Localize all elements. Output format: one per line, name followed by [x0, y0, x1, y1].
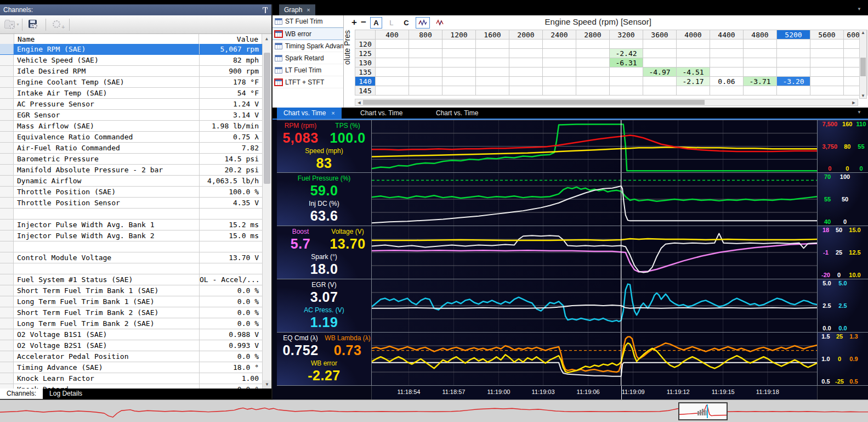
chart-plot[interactable] [372, 226, 818, 279]
histogram-cell[interactable] [643, 49, 677, 58]
channel-row[interactable]: EGR Sensor3.14 V [0, 110, 262, 121]
histogram-cell[interactable] [476, 49, 509, 58]
histogram-cell[interactable] [576, 58, 610, 67]
histogram-cell[interactable] [610, 67, 643, 77]
histogram-cell[interactable] [576, 49, 610, 58]
histogram-cell[interactable] [543, 49, 576, 58]
scroll-down-arrow[interactable]: ▼ [860, 93, 866, 98]
graph-list-item-spark-retard[interactable]: Spark Retard [273, 52, 343, 64]
overview-selection-box[interactable] [678, 402, 728, 420]
histogram-cell[interactable] [442, 77, 476, 86]
histogram-cell[interactable] [409, 58, 442, 67]
histogram-cell[interactable] [376, 58, 409, 67]
selection-cursor[interactable] [707, 404, 708, 418]
histogram-cell[interactable] [810, 67, 844, 77]
histogram-row-header-125[interactable]: 125 [355, 49, 376, 58]
value-column-header[interactable]: Value [198, 34, 262, 44]
histogram-cell[interactable] [677, 40, 710, 49]
histogram-cell[interactable] [476, 77, 509, 86]
histogram-col-header-2800[interactable]: 2800 [576, 30, 610, 40]
histogram-cell[interactable] [476, 58, 509, 67]
histogram-cell[interactable] [810, 49, 844, 58]
histogram-cell[interactable] [576, 86, 610, 95]
histogram-vscrollbar[interactable]: ▲ ▼ [859, 30, 867, 99]
pin-icon[interactable] [262, 7, 268, 14]
histogram-cell[interactable] [376, 49, 409, 58]
channel-config-gear-icon[interactable]: + [52, 19, 64, 30]
histogram-cell[interactable] [710, 58, 744, 67]
channel-row[interactable]: AC Pressure Sensor1.24 V [0, 99, 262, 110]
channel-row[interactable]: Long Term Fuel Trim Bank 2 (SAE)0.0 % [0, 318, 262, 329]
channel-row[interactable]: Knock Learn Factor1.00 [0, 373, 262, 384]
histogram-cell[interactable] [576, 40, 610, 49]
histogram-cell[interactable] [677, 49, 710, 58]
histogram-row-header-120[interactable]: 120 [355, 40, 376, 49]
histogram-cell[interactable] [509, 77, 543, 86]
histogram-cell[interactable]: -4.97 [643, 67, 677, 77]
waveform-alt-icon[interactable] [434, 18, 447, 28]
histogram-cell[interactable] [442, 58, 476, 67]
histogram-col-header-4800[interactable]: 4800 [744, 30, 777, 40]
channel-row[interactable]: Throttle Position Sensor4.35 V [0, 198, 262, 209]
histogram-cell[interactable] [409, 86, 442, 95]
histogram-cell[interactable]: -6.31 [610, 58, 643, 67]
scrollbar-thumb[interactable] [264, 53, 270, 184]
histogram-cell[interactable] [509, 49, 543, 58]
histogram-cell[interactable] [543, 40, 576, 49]
channel-row[interactable]: Knock Retard0.0 ° [0, 384, 262, 389]
histogram-row-header-145[interactable]: 145 [355, 86, 376, 95]
tab-graph[interactable]: Graph × [279, 4, 315, 15]
channel-row[interactable]: Long Term Fuel Trim Bank 1 (SAE)0.0 % [0, 296, 262, 307]
histogram-cell[interactable] [744, 40, 777, 49]
histogram-col-header-5200[interactable]: 5200 [777, 30, 810, 40]
chart-plot[interactable] [372, 120, 818, 172]
histogram-cell[interactable] [409, 67, 442, 77]
histogram-cell[interactable] [777, 58, 810, 67]
mode-a-button[interactable]: A [370, 17, 382, 29]
zoom-out-button[interactable]: − [361, 18, 366, 27]
bottom-tab-logdetails[interactable]: Log Details [43, 389, 89, 399]
histogram-cell[interactable] [509, 86, 543, 95]
waveform-icon[interactable] [416, 17, 430, 29]
graph-list-item-ltft---stft[interactable]: LTFT + STFT [273, 76, 343, 88]
histogram-cell[interactable] [643, 40, 677, 49]
channel-row[interactable]: Injector Pulse Width Avg. Bank 115.2 ms [0, 220, 262, 230]
graph-list-item-st-fuel-trim[interactable]: ST Fuel Trim [273, 15, 343, 27]
histogram-col-header-2400[interactable]: 2400 [543, 30, 576, 40]
chart-plot[interactable] [372, 279, 818, 332]
histogram-cell[interactable] [376, 40, 409, 49]
histogram-col-header-1600[interactable]: 1600 [476, 30, 509, 40]
histogram-cell[interactable] [810, 58, 844, 67]
histogram-cell[interactable] [576, 77, 610, 86]
histogram-col-header-3200[interactable]: 3200 [610, 30, 643, 40]
channel-row[interactable]: Injector Pulse Width Avg. Bank 215.0 ms [0, 230, 262, 241]
histogram-cell[interactable] [409, 40, 442, 49]
histogram-cell[interactable] [744, 58, 777, 67]
histogram-col-header-4400[interactable]: 4400 [710, 30, 744, 40]
histogram-cell[interactable] [777, 67, 810, 77]
channel-row[interactable]: Fuel System #1 Status (SAE)OL - Accel/..… [0, 274, 262, 285]
channel-row[interactable]: Air-Fuel Ratio Commanded7.82 [0, 143, 262, 154]
histogram-col-header-3600[interactable]: 3600 [643, 30, 677, 40]
histogram-cell[interactable] [610, 40, 643, 49]
chart-plot[interactable] [372, 333, 818, 385]
histogram-row-header-130[interactable]: 130 [355, 58, 376, 67]
channel-row[interactable]: O2 Voltage B2S1 (SAE)0.993 V [0, 340, 262, 351]
histogram-cell[interactable] [376, 77, 409, 86]
channel-row[interactable]: Mass Airflow (SAE)1.98 lb/min [0, 121, 262, 132]
histogram-cell[interactable] [409, 77, 442, 86]
histogram-cell[interactable] [476, 40, 509, 49]
channel-row[interactable]: Engine Coolant Temp (SAE)178 °F [0, 77, 262, 88]
histogram-row-header-135[interactable]: 135 [355, 67, 376, 77]
scrollbar-thumb[interactable] [860, 58, 866, 77]
chart-plot[interactable] [372, 173, 818, 226]
histogram-cell[interactable] [677, 58, 710, 67]
histogram-col-header-800[interactable]: 800 [409, 30, 442, 40]
histogram-cell[interactable] [744, 49, 777, 58]
mode-l-button[interactable]: L [386, 18, 397, 28]
graph-list-item-timing-spark-advance[interactable]: Timing Spark Advance [273, 40, 343, 52]
tab-chart-vs-time-3[interactable]: Chart vs. Time [429, 108, 485, 119]
histogram-cell[interactable] [777, 86, 810, 95]
histogram-cell[interactable] [643, 86, 677, 95]
histogram-cell[interactable] [442, 67, 476, 77]
